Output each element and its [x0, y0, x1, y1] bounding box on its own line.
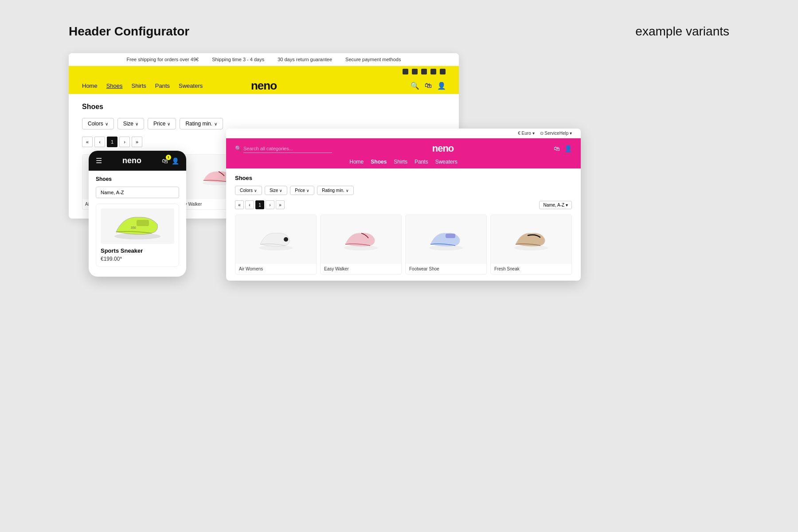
- pink-filter-price[interactable]: Price: [290, 186, 314, 195]
- filter-size[interactable]: Size: [117, 118, 144, 129]
- mobile-product-card[interactable]: 350 Sports Sneaker €199.00*: [96, 203, 179, 267]
- mobile-product-img: 350: [101, 208, 174, 244]
- page-title: Header Configurator: [69, 24, 189, 39]
- svg-point-10: [284, 237, 288, 242]
- linkedin-icon[interactable]: [440, 69, 446, 74]
- pink-product-img-easy-walker: [321, 215, 401, 264]
- topbar-item-4: Secure payment methods: [345, 57, 401, 62]
- pink-product-label-footwear: Footwear Shoe: [406, 264, 486, 274]
- pink-sort-dropdown[interactable]: Name, A-Z ▾: [539, 201, 572, 209]
- nav-icons: 🔍 🛍 👤: [411, 82, 446, 90]
- account-icon[interactable]: 👤: [438, 82, 446, 90]
- page-last[interactable]: »: [132, 137, 142, 147]
- search-icon[interactable]: 🔍: [411, 82, 419, 90]
- pink-products: Air Womens Easy Walker: [235, 215, 572, 274]
- mobile-account-icon[interactable]: 👤: [172, 157, 179, 164]
- social-bar: [69, 66, 459, 77]
- pinterest-icon[interactable]: [421, 69, 427, 74]
- filter-row: Colors Size Price Rating min.: [82, 118, 446, 129]
- yellow-nav: Home Shoes Shirts Pants Sweaters neno 🔍 …: [69, 77, 459, 94]
- topbar-item-1: Free shipping for orders over 49€: [127, 57, 199, 62]
- pink-nav-shirts[interactable]: Shirts: [394, 159, 407, 165]
- pink-cart-icon[interactable]: 🛍: [554, 145, 560, 152]
- pink-product-label-easy-walker: Easy Walker: [321, 264, 401, 274]
- search-icon-pink: 🔍: [235, 145, 242, 152]
- mobile-section-title: Shoes: [96, 176, 179, 182]
- pink-filter-row: Colors Size Price Rating min.: [235, 186, 572, 195]
- pink-top-bar: € Euro ▾ ⊙ ServiceHelp ▾: [226, 129, 581, 138]
- pink-page-prev[interactable]: ‹: [245, 200, 254, 209]
- pink-nav: Home Shoes Shirts Pants Sweaters: [226, 159, 581, 168]
- pink-filter-rating[interactable]: Rating min.: [317, 186, 354, 195]
- pink-nav-home[interactable]: Home: [349, 159, 364, 165]
- pink-product-img-fresh-sneak: [491, 215, 571, 264]
- nav-home[interactable]: Home: [82, 82, 98, 89]
- mobile-variant: ☰ neno 1 🛍 👤 Shoes Name, A-Z 350 Sports …: [89, 151, 186, 277]
- logo: neno: [251, 79, 277, 93]
- pink-product-img-footwear: [406, 215, 486, 264]
- pink-logo: neno: [337, 143, 548, 154]
- filter-colors[interactable]: Colors: [82, 118, 114, 129]
- pink-product-card-footwear[interactable]: Footwear Shoe: [405, 215, 487, 274]
- pink-filter-colors[interactable]: Colors: [235, 186, 262, 195]
- nav-links: Home Shoes Shirts Pants Sweaters: [82, 82, 203, 89]
- filter-rating[interactable]: Rating min.: [180, 118, 223, 129]
- pink-nav-pants[interactable]: Pants: [415, 159, 428, 165]
- mobile-content: Shoes Name, A-Z 350 Sports Sneaker €199.…: [89, 171, 186, 277]
- pink-product-label-air-womens: Air Womens: [235, 264, 316, 274]
- pink-page-first[interactable]: «: [235, 200, 244, 209]
- mobile-product-price: €199.00*: [101, 256, 174, 262]
- pink-nav-sweaters[interactable]: Sweaters: [435, 159, 458, 165]
- pink-nav-shoes[interactable]: Shoes: [371, 159, 387, 165]
- mobile-product-name: Sports Sneaker: [101, 247, 174, 254]
- pink-section-title: Shoes: [235, 175, 572, 181]
- pink-content: Shoes Colors Size Price Rating min. « ‹ …: [226, 168, 581, 281]
- pink-header-icons: 🛍 👤: [554, 145, 572, 152]
- nav-pants[interactable]: Pants: [155, 82, 170, 89]
- mobile-sort-dropdown[interactable]: Name, A-Z: [96, 187, 179, 198]
- topbar-item-2: Shipping time 3 - 4 days: [212, 57, 264, 62]
- mobile-logo: neno: [122, 156, 141, 165]
- mobile-header: ☰ neno 1 🛍 👤: [89, 151, 186, 171]
- pink-product-card-fresh-sneak[interactable]: Fresh Sneak: [490, 215, 572, 274]
- service-help[interactable]: ⊙ ServiceHelp ▾: [540, 131, 572, 136]
- pink-page-1[interactable]: 1: [255, 200, 264, 209]
- instagram-icon[interactable]: [412, 69, 418, 74]
- pink-product-img-air-womens: [235, 215, 316, 264]
- nav-shirts[interactable]: Shirts: [132, 82, 146, 89]
- pink-page-last[interactable]: »: [276, 200, 285, 209]
- topbar-item-3: 30 days return guarantee: [278, 57, 332, 62]
- cart-icon[interactable]: 🛍: [424, 82, 432, 90]
- currency-selector[interactable]: € Euro ▾: [518, 131, 534, 136]
- hamburger-icon[interactable]: ☰: [96, 156, 102, 165]
- youtube-icon[interactable]: [430, 69, 436, 74]
- nav-shoes[interactable]: Shoes: [106, 82, 123, 89]
- pink-pagination: « ‹ 1 › » Name, A-Z ▾: [235, 200, 572, 209]
- cart-badge: 1: [166, 155, 171, 160]
- page-header: Header Configurator example variants: [69, 24, 729, 39]
- desktop-variant2: € Euro ▾ ⊙ ServiceHelp ▾ 🔍 neno 🛍 👤 Home…: [226, 129, 581, 281]
- pink-filter-size[interactable]: Size: [265, 186, 287, 195]
- search-input[interactable]: [243, 145, 332, 153]
- pink-product-card-easy-walker[interactable]: Easy Walker: [320, 215, 402, 274]
- pink-header: 🔍 neno 🛍 👤: [226, 138, 581, 159]
- page-prev[interactable]: ‹: [94, 137, 105, 147]
- pink-account-icon[interactable]: 👤: [564, 145, 572, 152]
- facebook-icon[interactable]: [403, 69, 408, 74]
- filter-price[interactable]: Price: [148, 118, 176, 129]
- pink-product-label-fresh-sneak: Fresh Sneak: [491, 264, 571, 274]
- page-1[interactable]: 1: [107, 137, 117, 147]
- svg-text:350: 350: [131, 226, 136, 229]
- pink-product-card-air-womens[interactable]: Air Womens: [235, 215, 317, 274]
- yellow-header: Home Shoes Shirts Pants Sweaters neno 🔍 …: [69, 66, 459, 94]
- top-info-bar: Free shipping for orders over 49€ Shippi…: [69, 53, 459, 66]
- svg-rect-13: [446, 234, 455, 238]
- page-next[interactable]: ›: [119, 137, 130, 147]
- mobile-cart-area: 1 🛍 👤: [162, 157, 179, 164]
- page-subtitle: example variants: [635, 24, 729, 39]
- svg-rect-8: [137, 220, 149, 226]
- page-first[interactable]: «: [82, 137, 93, 147]
- section-title: Shoes: [82, 103, 446, 111]
- nav-sweaters[interactable]: Sweaters: [179, 82, 203, 89]
- pink-page-next[interactable]: ›: [266, 200, 274, 209]
